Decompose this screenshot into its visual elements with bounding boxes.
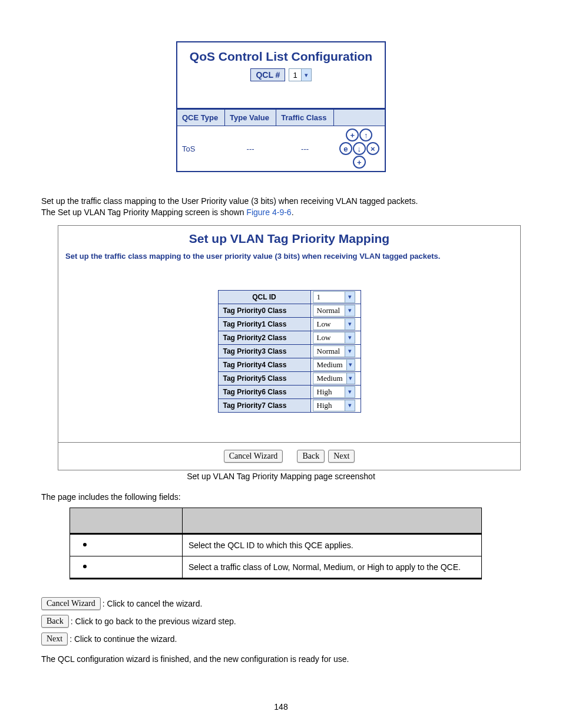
cell-qce-type: ToS [177, 126, 225, 172]
chevron-down-icon: ▾ [346, 360, 355, 370]
tag-priority1-select[interactable]: Low▾ [313, 318, 355, 330]
intro-line1: Set up the traffic class mapping to the … [41, 196, 521, 207]
tag-priority3-value: Normal [313, 347, 344, 356]
qcl-number-value: 1 [289, 71, 300, 80]
vlan-subtitle: Set up the traffic class mapping to the … [65, 252, 513, 261]
move-up-icon[interactable] [359, 129, 372, 141]
row-actions [338, 129, 382, 169]
tag-priority2-value: Low [313, 333, 335, 342]
fields-intro: The page includes the following fields: [41, 492, 521, 503]
field-description: Select the QCL ID to which this QCE appl… [183, 533, 482, 556]
add-above-icon[interactable] [346, 129, 359, 141]
tag-priority5-select[interactable]: Medium▾ [313, 373, 355, 384]
back-button[interactable]: Back [297, 450, 325, 463]
tag-priority7-label: Tag Priority7 Class [218, 398, 310, 412]
chevron-down-icon: ▾ [345, 332, 355, 343]
field-description: Select a traffic class of Low, Normal, M… [183, 556, 482, 578]
cell-traffic-class: --- [276, 126, 334, 172]
qce-table: QCE Type Type Value Traffic Class ToS --… [177, 109, 385, 171]
intro-line2a: The Set up VLAN Tag Priority Mapping scr… [41, 207, 246, 217]
next-button[interactable]: Next [41, 633, 68, 645]
figure-link[interactable]: Figure 4-9-6 [246, 207, 291, 217]
col-type-value: Type Value [225, 110, 276, 126]
intro-line2b: . [292, 207, 294, 217]
tag-priority6-value: High [313, 387, 336, 397]
qcl-id-label: QCL ID [218, 290, 310, 304]
move-down-icon[interactable] [353, 142, 366, 155]
tag-priority1-value: Low [313, 319, 335, 329]
tag-priority4-value: Medium [313, 360, 346, 370]
tag-priority5-value: Medium [313, 374, 346, 383]
tag-priority7-value: High [313, 401, 336, 410]
tag-priority0-label: Tag Priority0 Class [218, 304, 310, 317]
tag-priority3-label: Tag Priority3 Class [218, 344, 310, 358]
chevron-down-icon: ▾ [345, 346, 355, 357]
cancel-wizard-button[interactable]: Cancel Wizard [41, 597, 101, 610]
next-desc: : Click to continue the wizard. [70, 634, 177, 644]
tag-priority2-label: Tag Priority2 Class [218, 331, 310, 344]
qcl-id-value: 1 [313, 292, 325, 302]
tag-priority4-label: Tag Priority4 Class [218, 358, 310, 371]
field-object [70, 533, 183, 556]
cancel-wizard-button[interactable]: Cancel Wizard [224, 450, 283, 463]
tag-priority7-select[interactable]: High▾ [313, 400, 355, 411]
intro-text: Set up the traffic class mapping to the … [41, 196, 521, 218]
chevron-down-icon: ▾ [345, 305, 355, 316]
tag-priority4-select[interactable]: Medium▾ [313, 359, 355, 371]
qcl-id-select[interactable]: 1 ▾ [313, 291, 355, 303]
tag-priority6-select[interactable]: High▾ [313, 386, 355, 398]
closing-text: The QCL configuration wizard is finished… [41, 654, 521, 665]
tag-priority5-label: Tag Priority5 Class [218, 371, 310, 385]
chevron-down-icon: ▾ [346, 373, 355, 384]
chevron-down-icon: ▾ [345, 319, 355, 330]
col-traffic-class: Traffic Class [276, 110, 334, 126]
back-desc: : Click to go back to the previous wizar… [71, 617, 236, 626]
qos-config-panel: QoS Control List Configuration QCL # 1 ▾… [176, 41, 386, 172]
cancel-desc: : Click to cancel the wizard. [103, 599, 203, 608]
page-number: 148 [0, 702, 562, 711]
priority-table: QCL ID 1 ▾ Tag Priority0 ClassNormal▾ Ta… [218, 290, 361, 413]
tag-priority2-select[interactable]: Low▾ [313, 332, 355, 344]
delete-icon[interactable] [366, 142, 379, 155]
chevron-down-icon: ▾ [345, 400, 355, 411]
tag-priority3-select[interactable]: Normal▾ [313, 345, 355, 357]
cell-type-value: --- [225, 126, 276, 172]
vlan-title: Set up VLAN Tag Priority Mapping [65, 232, 513, 246]
vlan-priority-panel: Set up VLAN Tag Priority Mapping Set up … [58, 225, 521, 470]
add-below-icon[interactable] [353, 156, 366, 169]
chevron-down-icon: ▾ [345, 387, 355, 397]
qos-title: QoS Control List Configuration [177, 42, 385, 68]
tag-priority0-value: Normal [313, 306, 344, 315]
edit-icon[interactable] [339, 142, 352, 155]
next-button[interactable]: Next [328, 450, 355, 463]
tag-priority1-label: Tag Priority1 Class [218, 317, 310, 331]
chevron-down-icon: ▾ [345, 292, 355, 302]
tag-priority0-select[interactable]: Normal▾ [313, 305, 355, 317]
chevron-down-icon: ▾ [301, 69, 311, 81]
qcl-number-select[interactable]: 1 ▾ [289, 68, 311, 81]
col-qce-type: QCE Type [177, 110, 225, 126]
vlan-caption: Set up VLAN Tag Priority Mapping page sc… [41, 472, 521, 481]
field-object [70, 556, 183, 578]
qcl-number-label: QCL # [250, 68, 285, 81]
fields-table: Select the QCL ID to which this QCE appl… [70, 508, 482, 579]
tag-priority6-label: Tag Priority6 Class [218, 385, 310, 398]
back-button[interactable]: Back [41, 615, 69, 628]
